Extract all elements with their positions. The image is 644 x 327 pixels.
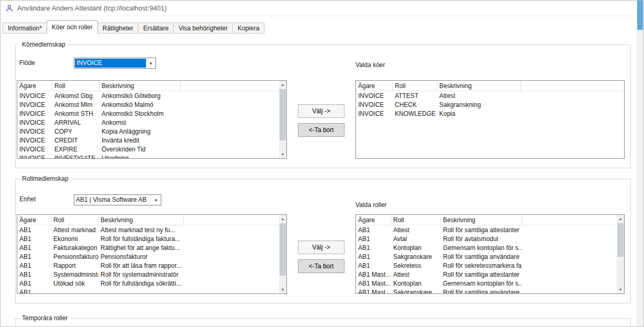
table-cell: AB1	[17, 243, 51, 252]
column-header-2[interactable]: Roll	[391, 215, 441, 225]
scrollbar-thumb[interactable]	[617, 223, 624, 257]
table-row[interactable]: INVOICEAnkomst MlmAnkomstkö Malmö	[17, 100, 286, 109]
table-row[interactable]: AB1Attest marknadAttest marknad test ny …	[17, 225, 286, 234]
table-row[interactable]: INVOICECHECKSakgranskning	[356, 100, 624, 109]
selected-roles-list[interactable]: ▲ ▼ ÄgareRollBeskrivningAB1AttestRoll fö…	[356, 214, 625, 294]
unit-dropdown-value: AB1 | Visma Software AB	[74, 195, 151, 205]
column-header-2[interactable]: Roll	[51, 215, 98, 225]
list-header: ÄgareRollBeskrivning	[356, 215, 624, 225]
table-cell: Roll för att läsa fram rappor...	[98, 261, 184, 270]
available-roles-scrollbar[interactable]: ▲ ▼	[279, 215, 286, 293]
flow-dropdown[interactable]: INVOICE ▾	[74, 58, 156, 69]
column-header-1[interactable]: Ägare	[356, 215, 391, 225]
table-row[interactable]: AB1PensionsfakturorPensionsfakturor	[17, 252, 286, 261]
column-header-1[interactable]: Ägare	[17, 215, 51, 225]
table-cell: Ankomstkö Göteborg	[99, 91, 181, 100]
table-cell: Sakgranskning	[437, 100, 521, 109]
table-row[interactable]: INVOICECOPYKopia Anläggning	[17, 127, 286, 136]
table-cell: Kopia Anläggning	[99, 127, 181, 136]
table-row[interactable]: AB1FakturakategoriRättighet för att ange…	[17, 243, 286, 252]
table-row[interactable]: AB1 Mast...SakgranskareRoll för samtliga…	[356, 288, 624, 294]
table-row[interactable]: AB1AvtalRoll för avtalsmodul	[356, 234, 624, 243]
table-cell: Pensionsfakturor	[98, 252, 184, 261]
table-cell: CHECK	[393, 100, 437, 109]
unit-label: Enhet	[19, 195, 36, 203]
table-cell: Ankomst Mlm	[52, 100, 99, 109]
select-queue-button[interactable]: Välj ->	[298, 104, 345, 118]
column-header-2[interactable]: Roll	[393, 81, 437, 91]
column-header-3[interactable]: Beskrivning	[98, 215, 184, 225]
available-queues-list[interactable]: ▲ ▼ ÄgareRollBeskrivningINVOICEAnkomst G…	[17, 80, 287, 159]
scroll-up-icon[interactable]: ▲	[279, 215, 286, 223]
table-row[interactable]: AB1SekretessRoll för sekretessmarkera fa…	[356, 261, 624, 270]
select-role-button[interactable]: Välj ->	[298, 241, 345, 254]
scroll-up-icon[interactable]: ▲	[617, 215, 624, 223]
table-cell: COPY	[52, 127, 99, 136]
tab-ersattare[interactable]: Ersättare	[138, 23, 174, 34]
tab-visa-behorigheter[interactable]: Visa behörigheter	[173, 23, 233, 34]
table-row[interactable]: AB1RapportRoll för att läsa fram rappor.…	[17, 261, 286, 270]
scroll-down-icon[interactable]: ▼	[279, 150, 286, 158]
scroll-down-icon[interactable]: ▼	[279, 286, 286, 293]
table-cell: Attest	[391, 225, 441, 234]
table-row[interactable]: AB1AttestRoll för samtliga attestanter	[356, 225, 624, 234]
chevron-down-icon: ▾	[146, 58, 156, 68]
scrollbar-thumb[interactable]	[280, 223, 286, 276]
table-row[interactable]: INVOICEAnkomst STHAnkomstkö Stockholm	[17, 109, 286, 118]
scroll-up-icon[interactable]: ▲	[279, 81, 286, 89]
table-row[interactable]: INVOICEKNOWLEDGEKopia	[356, 109, 624, 118]
table-row[interactable]: AB1 Mast...AttestRoll för samtliga attes…	[356, 270, 624, 279]
column-header-3[interactable]: Beskrivning	[99, 81, 181, 91]
table-row[interactable]: AB1EkonomiRoll för fullständiga faktura.…	[17, 234, 286, 243]
column-header-2[interactable]: Roll	[52, 81, 99, 91]
unit-dropdown[interactable]: AB1 | Visma Software AB ▾	[74, 194, 161, 205]
window-scrollbar-thumb[interactable]	[637, 1, 643, 30]
table-row[interactable]: AB1	[17, 288, 286, 294]
available-roles-list[interactable]: ▲ ▼ ÄgareRollBeskrivningAB1Attest markna…	[17, 214, 287, 294]
table-row[interactable]: AB1SakgranskareRoll för samtliga använda…	[356, 252, 624, 261]
tab-information[interactable]: Information*	[3, 23, 47, 34]
remove-role-button[interactable]: <-Ta bort	[298, 259, 345, 273]
table-cell: INVOICE	[17, 109, 52, 118]
tab-koer-och-roller[interactable]: Köer och roller	[47, 20, 98, 34]
column-header-3[interactable]: Beskrivning	[441, 215, 522, 225]
column-header-filler	[184, 215, 286, 225]
column-header-1[interactable]: Ägare	[17, 81, 52, 91]
table-row[interactable]: INVOICEEXPIREÖverskriden Tid	[17, 145, 286, 154]
column-header-1[interactable]: Ägare	[356, 81, 393, 91]
table-row[interactable]: INVOICEINVESTIGATEUtredning	[17, 154, 286, 159]
remove-queue-button[interactable]: <-Ta bort	[298, 123, 345, 137]
column-header-3[interactable]: Beskrivning	[437, 81, 521, 91]
tab-kopiera[interactable]: Kopiera	[232, 23, 264, 34]
scrollbar-thumb[interactable]	[280, 89, 286, 140]
table-row[interactable]: AB1Systemadministr...Roll för systemadmi…	[17, 270, 286, 279]
table-cell: EXPIRE	[52, 145, 99, 154]
table-cell: Systemadministr...	[51, 270, 98, 279]
table-cell: Invänta kredit	[99, 136, 181, 145]
list-header: ÄgareRollBeskrivning	[17, 81, 286, 91]
table-row[interactable]: INVOICECREDITInvänta kredit	[17, 136, 286, 145]
table-cell: KNOWLEDGE	[393, 109, 437, 118]
table-cell: Sakgranskare	[391, 252, 441, 261]
table-row[interactable]: AB1Utökad sökRoll för fullständiga sökrä…	[17, 279, 286, 288]
selected-roles-scrollbar[interactable]: ▲ ▼	[617, 215, 624, 293]
table-cell: AB1	[356, 225, 391, 234]
table-row[interactable]: INVOICEATTESTAttest	[356, 91, 624, 100]
selected-queues-list[interactable]: ÄgareRollBeskrivningINVOICEATTESTAttestI…	[356, 80, 625, 159]
group-temporary-roles: Temporära roller	[15, 318, 631, 327]
scroll-down-icon[interactable]: ▼	[617, 286, 624, 293]
table-cell: INVOICE	[356, 109, 393, 118]
table-row[interactable]: AB1KontoplanGemensam kontoplan för s...	[356, 243, 624, 252]
table-cell: INVOICE	[17, 118, 52, 127]
table-row[interactable]: AB1 Mast...KontoplanGemensam kontoplan f…	[356, 279, 624, 288]
table-row[interactable]: INVOICEARRIVALAnkomst	[17, 118, 286, 127]
table-row[interactable]: INVOICEAnkomst GbgAnkomstkö Göteborg	[17, 91, 286, 100]
title-bar: Användare Anders Attestant (tcp://localh…	[1, 1, 638, 16]
available-queues-scrollbar[interactable]: ▲ ▼	[279, 81, 286, 158]
table-cell: Kontoplan	[391, 243, 441, 252]
tab-rattigheter[interactable]: Rättigheter	[97, 23, 139, 34]
table-cell: Utökad sök	[51, 279, 98, 288]
window-scrollbar[interactable]	[637, 1, 643, 326]
table-cell: AB1	[17, 288, 51, 294]
list-body: INVOICEAnkomst GbgAnkomstkö GöteborgINVO…	[17, 91, 286, 159]
